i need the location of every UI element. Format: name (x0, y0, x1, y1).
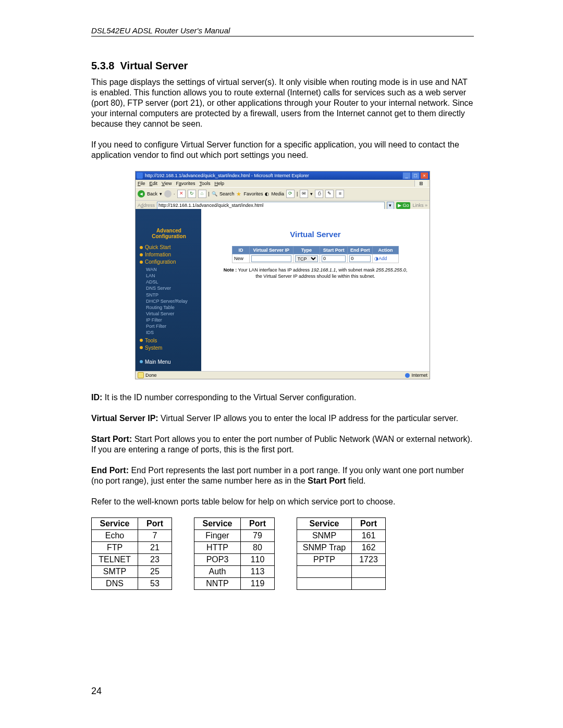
table-row: POP3110 (194, 554, 275, 566)
search-button[interactable]: Search (219, 191, 235, 196)
bullet-icon (140, 339, 143, 342)
col-type: Type (293, 246, 320, 254)
header-rule (91, 36, 474, 36)
address-label: Address (138, 203, 155, 208)
history-icon[interactable]: ⟳ (286, 190, 295, 198)
th-service: Service (297, 518, 352, 530)
desc-vsip: Virtual Server IP: Virtual Server IP all… (91, 413, 474, 424)
menu-help[interactable]: Help (214, 181, 224, 186)
window-titlebar: http://192.168.1.1/advanced/quick_start/… (136, 171, 430, 180)
table-row: Finger79 (194, 530, 275, 542)
print-icon[interactable]: ⎙ (315, 190, 323, 198)
sidebar-sub-routing[interactable]: Routing Table (146, 304, 198, 311)
sidebar-item-configuration[interactable]: Configuration (140, 259, 198, 265)
minimize-icon[interactable]: _ (402, 172, 411, 179)
media-button[interactable]: Media (271, 191, 284, 196)
add-button[interactable]: ◑Add (373, 254, 399, 263)
sidebar-item-quick-start[interactable]: Quick Start (140, 244, 198, 250)
mail-dropdown-icon[interactable]: ▾ (310, 191, 313, 196)
address-dropdown-icon[interactable]: ▾ (387, 202, 394, 209)
main-panel: Virtual Server ID Virtual Server IP Type… (201, 209, 430, 372)
menu-favorites[interactable]: Favorites (176, 181, 195, 186)
forward-icon[interactable] (164, 190, 172, 198)
menu-file[interactable]: FFileile (138, 181, 145, 186)
bullet-icon (140, 346, 143, 349)
status-zone: Internet (411, 373, 427, 378)
th-port: Port (138, 518, 172, 530)
menu-view[interactable]: View (162, 181, 172, 186)
mail-icon[interactable]: ✉ (300, 190, 308, 198)
cell-id: New (232, 254, 250, 263)
stop-icon[interactable]: ✕ (177, 190, 186, 198)
section-title: Virtual Server (120, 60, 188, 71)
sidebar-item-information[interactable]: Information (140, 252, 198, 257)
go-button[interactable]: ▶ Go (396, 202, 411, 209)
virtual-server-table: ID Virtual Server IP Type Start Port End… (232, 246, 399, 263)
done-icon (138, 372, 144, 378)
favorites-button[interactable]: Favorites (243, 191, 263, 196)
ms-flag-icon: ⊞ (414, 180, 427, 187)
table-row: FTP21 (92, 542, 172, 554)
virtual-server-ip-input[interactable] (251, 255, 291, 262)
sidebar-header: AdvancedConfiguration (140, 228, 198, 239)
links-button[interactable]: Links » (412, 203, 427, 208)
paragraph-intro: This page displays the settings of virtu… (91, 77, 474, 129)
menu-bar: FFileile Edit View Favorites Tools Help … (136, 180, 430, 187)
note-text: Note : Your LAN interface has IP address… (209, 267, 422, 279)
back-button[interactable]: Back (147, 191, 157, 196)
back-dropdown-icon[interactable]: ▾ (160, 191, 162, 196)
address-field[interactable]: http://192.168.1.1/advanced/quick_start/… (157, 202, 385, 209)
close-icon[interactable]: × (420, 172, 429, 179)
bullet-icon (140, 261, 143, 264)
paragraph-note: If you need to configure Virtual Server … (91, 140, 474, 161)
menu-tools[interactable]: Tools (199, 181, 210, 186)
th-port: Port (241, 518, 275, 530)
status-done: Done (145, 373, 157, 378)
table-row: HTTP80 (194, 542, 275, 554)
back-icon[interactable]: ◄ (138, 190, 145, 198)
col-end-port: End Port (348, 246, 373, 254)
sidebar-sub-sntp[interactable]: SNTP (146, 292, 198, 298)
home-icon[interactable]: ⌂ (198, 190, 206, 198)
table-row: SMTP25 (92, 566, 172, 578)
table-row: Echo7 (92, 530, 172, 542)
favorites-icon[interactable]: ★ (236, 191, 241, 198)
desc-id: ID: It is the ID number corresponding to… (91, 392, 474, 403)
sidebar-sub-adsl[interactable]: ADSL (146, 279, 198, 285)
table-row: New TCP ◑Add (232, 254, 399, 263)
sidebar-sub-dhcp[interactable]: DHCP Server/Relay (146, 298, 198, 304)
toolbar: ◄ Back▾ · ✕ ↻ ⌂ | 🔍Search ★Favorites ◐Me… (136, 187, 430, 201)
table-row: SNMP161 (297, 530, 386, 542)
sidebar-item-system[interactable]: System (140, 345, 198, 351)
table-row: SNMP Trap162 (297, 542, 386, 554)
bullet-icon (140, 246, 143, 249)
sidebar-sub-dns[interactable]: DNS Server (146, 285, 198, 291)
col-id: ID (232, 246, 250, 254)
sidebar-item-main-menu[interactable]: Main Menu (140, 359, 198, 365)
type-select[interactable]: TCP (295, 255, 319, 262)
refresh-icon[interactable]: ↻ (188, 190, 196, 198)
maximize-icon[interactable]: □ (411, 172, 420, 179)
window-title: http://192.168.1.1/advanced/quick_start/… (145, 173, 309, 178)
edit-icon[interactable]: ✎ (325, 190, 334, 198)
sidebar-sub-port-filter[interactable]: Port Filter (146, 323, 198, 329)
sidebar-sub-ids[interactable]: IDS (146, 329, 198, 336)
end-port-input[interactable] (349, 255, 371, 262)
sidebar-sub-lan[interactable]: LAN (146, 273, 198, 279)
ie-icon (137, 172, 143, 179)
menu-edit[interactable]: Edit (150, 181, 158, 186)
start-port-input[interactable] (322, 255, 346, 262)
th-service: Service (194, 518, 241, 530)
add-icon: ◑ (374, 256, 378, 261)
sidebar-item-tools[interactable]: Tools (140, 338, 198, 343)
port-table-2: ServicePort Finger79 HTTP80 POP3110 Auth… (194, 517, 275, 590)
media-icon[interactable]: ◐ (265, 191, 269, 196)
sidebar-sub-wan[interactable]: WAN (146, 266, 198, 273)
discuss-icon[interactable]: ≡ (336, 190, 344, 198)
col-start-port: Start Port (320, 246, 348, 254)
running-head: DSL542EU ADSL Router User's Manual (91, 26, 474, 35)
sidebar-sub-ip-filter[interactable]: IP Filter (146, 317, 198, 323)
sidebar-sub-virtual-server[interactable]: Virtual Server (146, 311, 198, 317)
section-number: 5.3.8 (91, 60, 114, 71)
search-icon[interactable]: 🔍 (212, 191, 217, 196)
